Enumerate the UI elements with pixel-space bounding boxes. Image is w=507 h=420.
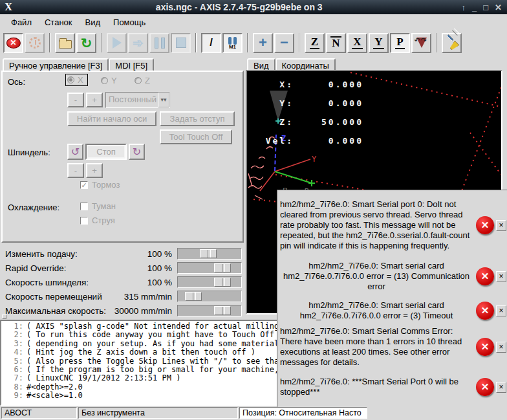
- notification-text: hm2/hm2_7i76e.0: Smart Serial Comms Erro…: [279, 326, 474, 368]
- open-folder-icon: [59, 40, 72, 49]
- toolbar-separator: [101, 33, 102, 52]
- spindle-cw-icon: ↻: [133, 146, 141, 158]
- dismiss-notification-button[interactable]: ×: [496, 220, 506, 231]
- tab-dro[interactable]: Координаты: [275, 58, 336, 71]
- path-end-marker: [308, 180, 315, 186]
- home-axis-button[interactable]: Найти начало оси: [67, 111, 156, 126]
- brake-label: Тормоз: [92, 180, 120, 190]
- minimize-icon[interactable]: _: [472, 3, 477, 12]
- extent-line: [351, 72, 501, 107]
- spindle-stop-button[interactable]: Стоп: [85, 144, 127, 160]
- overrides-section: Изменить подачу: 100 % Rapid Override: 1…: [0, 246, 244, 318]
- dismiss-notification-button[interactable]: ×: [496, 342, 506, 353]
- tool-touch-off-button[interactable]: Tool Touch Off: [160, 129, 232, 144]
- radio-icon: [67, 76, 74, 83]
- spindle-plus-button[interactable]: +: [86, 163, 103, 178]
- resize-grip[interactable]: [2, 315, 6, 319]
- view-y-button[interactable]: Y: [369, 33, 389, 53]
- estop-icon: ✕: [6, 38, 21, 49]
- executed-path-line: [275, 171, 312, 183]
- estop-button[interactable]: ✕: [3, 33, 23, 53]
- error-icon: ✕: [476, 216, 494, 234]
- dro-vel-value: 0.000: [294, 136, 363, 146]
- x-axis-line: [260, 171, 275, 191]
- slider-handle[interactable]: [185, 292, 202, 301]
- slider-handle[interactable]: [214, 278, 231, 287]
- letter-n-icon: N: [330, 36, 341, 49]
- step-program-button[interactable]: ➾: [128, 33, 148, 53]
- maximize-icon[interactable]: □: [483, 3, 488, 12]
- menu-machine[interactable]: Станок: [39, 16, 78, 29]
- rotate-view-button[interactable]: [411, 33, 431, 53]
- rapid-override-slider[interactable]: [177, 262, 242, 274]
- flood-checkbox[interactable]: Струя: [80, 216, 115, 225]
- stop-program-button[interactable]: [171, 33, 191, 53]
- coolant-label: Охлаждение:: [8, 203, 59, 212]
- spindle-override-slider[interactable]: [177, 276, 242, 288]
- axis-radio-z[interactable]: Z: [135, 76, 150, 85]
- status-estop-state: АВОСТ: [1, 407, 77, 419]
- error-icon: ✕: [476, 378, 494, 396]
- spindle-label: Шпиндель:: [8, 148, 50, 157]
- menu-file[interactable]: Файл: [5, 16, 38, 29]
- letter-z-icon: Z: [310, 36, 319, 49]
- zoom-out-button[interactable]: −: [274, 33, 294, 53]
- y-axis-label: Y: [312, 155, 317, 164]
- stop-icon: [176, 38, 186, 48]
- feed-override-slider[interactable]: [177, 248, 242, 260]
- max-velocity-slider[interactable]: [177, 305, 242, 316]
- clear-plot-button[interactable]: [442, 33, 462, 53]
- jog-speed-label: Скорость перемещений: [0, 292, 110, 302]
- spindle-ccw-button[interactable]: ↺: [67, 144, 83, 160]
- view-z-button[interactable]: Z: [305, 33, 325, 53]
- jog-speed-row: Скорость перемещений 315 mm/min: [0, 290, 244, 303]
- jog-mode-combobox[interactable]: Постоянный ▾▾: [105, 92, 170, 108]
- run-program-button[interactable]: [107, 33, 127, 53]
- dismiss-notification-button[interactable]: ×: [496, 271, 506, 282]
- mist-checkbox[interactable]: Туман: [80, 201, 116, 211]
- optional-pause-button[interactable]: M1: [222, 33, 243, 53]
- jog-speed-slider[interactable]: [177, 291, 242, 302]
- view-x-button[interactable]: X: [347, 33, 367, 53]
- open-file-button[interactable]: [55, 33, 75, 53]
- touch-off-button[interactable]: Задать отступ: [160, 111, 235, 126]
- feed-override-value: 100 %: [110, 249, 172, 259]
- reload-file-button[interactable]: ↻: [76, 33, 96, 53]
- combobox-arrow-icon[interactable]: ▾▾: [158, 93, 169, 107]
- mdi-tab[interactable]: MDI [F5]: [109, 58, 154, 71]
- jog-plus-button[interactable]: +: [86, 93, 103, 107]
- axis-radio-x[interactable]: X: [66, 74, 87, 85]
- close-icon[interactable]: ✕: [495, 3, 502, 12]
- plus-icon: +: [259, 36, 267, 50]
- menu-view[interactable]: Вид: [80, 16, 107, 29]
- max-velocity-value: 30000 mm/min: [110, 306, 172, 316]
- machine-power-button[interactable]: [25, 33, 45, 53]
- notification-item: hm2/hm2_7i76e.0: Smart Serial port 0: Do…: [279, 193, 506, 258]
- notification-item: hm2/hm2_7i76e.0: Smart serial card hm2_7…: [279, 298, 506, 324]
- minus-icon: −: [280, 36, 288, 50]
- spindle-cw-button[interactable]: ↻: [129, 144, 145, 160]
- axis-y-label: Y: [111, 76, 117, 85]
- zoom-in-button[interactable]: +: [253, 33, 273, 53]
- feed-override-label: Изменить подачу:: [0, 249, 110, 259]
- view-perspective-button[interactable]: P: [390, 33, 410, 53]
- menu-help[interactable]: Помощь: [107, 16, 151, 29]
- jog-minus-button[interactable]: -: [67, 93, 84, 107]
- view-z2-button[interactable]: N: [326, 33, 346, 53]
- shade-window-icon[interactable]: ↑: [462, 3, 466, 12]
- rapid-override-row: Rapid Override: 100 %: [0, 261, 244, 274]
- spindle-minus-button[interactable]: -: [67, 163, 84, 178]
- pause-program-button[interactable]: [149, 33, 169, 53]
- dismiss-notification-button[interactable]: ×: [496, 305, 506, 316]
- error-icon: ✕: [476, 302, 494, 320]
- letter-x-icon: X: [352, 36, 362, 49]
- slider-handle[interactable]: [214, 263, 231, 272]
- toolbar-separator: [195, 33, 197, 52]
- axis-radio-y[interactable]: Y: [101, 76, 117, 85]
- slider-handle[interactable]: [214, 306, 231, 315]
- dismiss-notification-button[interactable]: ×: [496, 382, 506, 393]
- brake-checkbox[interactable]: ✓ Тормоз: [80, 180, 120, 190]
- toggle-skip-lines-button[interactable]: /: [201, 33, 221, 53]
- toolbar-separator: [436, 33, 437, 52]
- slider-handle[interactable]: [200, 249, 217, 258]
